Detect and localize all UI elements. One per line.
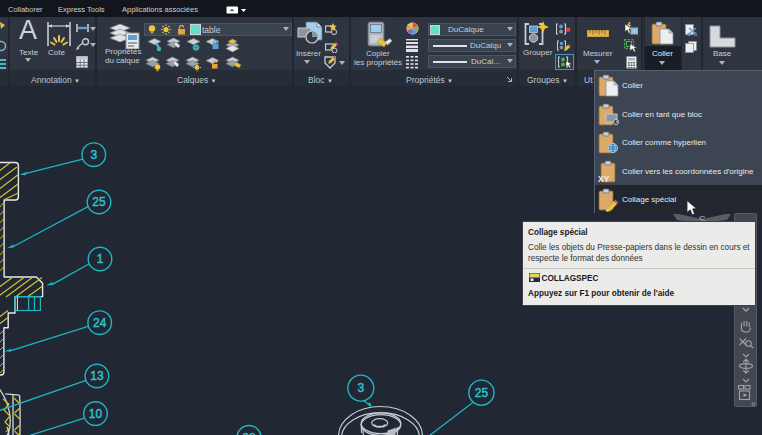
- svg-text:25: 25: [92, 195, 106, 209]
- svg-text:13: 13: [90, 369, 104, 383]
- svg-text:1: 1: [97, 252, 104, 266]
- svg-text:3: 3: [90, 148, 97, 162]
- svg-text:10: 10: [89, 407, 103, 421]
- svg-text:28: 28: [242, 431, 256, 435]
- svg-text:3: 3: [357, 381, 364, 395]
- svg-text:25: 25: [475, 386, 489, 400]
- svg-text:24: 24: [93, 316, 107, 330]
- svg-text:XY: XY: [598, 174, 610, 184]
